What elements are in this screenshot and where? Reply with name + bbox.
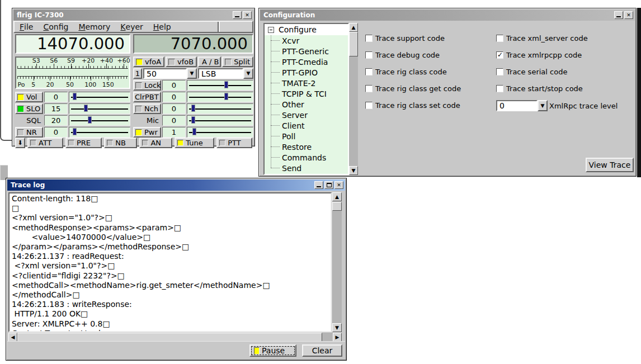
trace-xml-server-code-checkbox[interactable]: Trace xml_server code (496, 34, 588, 42)
trace-rig-class-code-checkbox[interactable]: Trace rig class code (365, 68, 447, 76)
tree-scrollbar[interactable]: ▲ ▼ (349, 23, 358, 175)
mode-combo-arrow-icon[interactable]: ▼ (243, 68, 253, 79)
lock-value: 0 (162, 80, 186, 91)
menu-keyer[interactable]: Keyer (115, 22, 148, 32)
step-button[interactable]: 1 (133, 68, 142, 79)
xmlrpc-combo-arrow-icon[interactable]: ▼ (538, 100, 548, 111)
configuration-titlebar[interactable]: Configuration ✕ (260, 10, 635, 21)
volume-indicator (17, 94, 24, 101)
tree-item-client[interactable]: Client (265, 120, 348, 131)
tree-item-ptt-cmedia[interactable]: PTT-Cmedia (265, 56, 348, 67)
menu-memory[interactable]: Memory (73, 22, 115, 32)
tree-item-server[interactable]: Server (265, 110, 348, 120)
tree-item-ptt-gpio[interactable]: PTT-GPIO (265, 67, 348, 78)
scrollbar-thumb[interactable] (349, 32, 358, 56)
power-button[interactable]: Pwr (133, 127, 161, 138)
volume-slider[interactable] (69, 92, 130, 102)
notch-button[interactable]: Nch (133, 103, 161, 114)
tree-item-tmate-2[interactable]: TMATE-2 (265, 78, 348, 88)
view-trace-button[interactable]: View Trace (586, 158, 634, 172)
clear-button[interactable]: Clear (302, 344, 342, 357)
trace-support-code-checkbox[interactable]: Trace support code (365, 34, 445, 42)
lock-button[interactable]: Lock (133, 80, 161, 91)
noise-reduction-slider[interactable] (69, 127, 130, 138)
scroll-left-icon[interactable]: ◀ (8, 333, 17, 342)
scroll-up-icon[interactable]: ▲ (349, 23, 358, 32)
flrig-titlebar[interactable]: flrig IC-7300 ✕ (13, 10, 253, 21)
power-slider[interactable] (187, 127, 253, 138)
trace-debug-code-checkbox[interactable]: Trace debug code (365, 51, 440, 59)
noise-blanker-toggle-button[interactable]: NB (104, 138, 137, 148)
trace-log-text[interactable]: Content-length: 118□ □ <?xml version="1.… (8, 192, 332, 332)
volume-value: 0 (44, 92, 68, 102)
vfo-swap-button[interactable]: A / B (198, 56, 221, 67)
maximize-button[interactable] (324, 181, 333, 189)
squelch-slider[interactable] (69, 115, 130, 126)
tree-item-tcpip-tci[interactable]: TCPIP & TCI (265, 88, 348, 99)
slo-slider[interactable] (69, 103, 130, 114)
tree-item-xcvr[interactable]: Xcvr (265, 35, 348, 46)
trace-log-titlebar[interactable]: Trace log ✕ (7, 179, 345, 191)
minimize-button[interactable] (233, 11, 242, 19)
attenuator-toggle-button[interactable]: ATT (27, 138, 63, 148)
log-horizontal-scrollbar[interactable]: ◀ ▶ (8, 333, 342, 342)
noise-reduction-button[interactable]: NR (15, 127, 43, 138)
pbt-inner-slider[interactable] (187, 80, 253, 91)
split-button[interactable]: Split (222, 56, 253, 67)
xmlrpc-trace-level-combo[interactable]: 0 ▼ XmlRpc trace level (496, 100, 618, 111)
scroll-right-icon[interactable]: ▶ (333, 333, 342, 342)
tree-item-restore[interactable]: Restore (265, 141, 348, 152)
vfo-b-button[interactable]: vfoB (166, 56, 197, 67)
squelch-slo-button[interactable]: SLO (15, 103, 43, 114)
log-vertical-scrollbar[interactable]: ▲ ▼ (332, 192, 342, 332)
scroll-down-icon[interactable]: ▼ (332, 323, 342, 332)
mode-combo[interactable]: LSB ▼ (198, 68, 253, 79)
auto-notch-toggle-button[interactable]: AN (139, 138, 172, 148)
trace-serial-code-checkbox[interactable]: Trace serial code (496, 68, 567, 76)
vfo-b-frequency-display[interactable]: 7070.000 (133, 34, 253, 54)
close-button[interactable]: ✕ (243, 11, 252, 19)
ptt-button[interactable]: PTT (216, 138, 252, 148)
minimize-button[interactable] (314, 181, 323, 189)
vfo-a-button[interactable]: vfoA (133, 56, 164, 67)
attenuator-combo[interactable]: 50 ▼ (143, 68, 197, 79)
tree-item-other[interactable]: Other (265, 99, 348, 110)
scroll-up-icon[interactable]: ▲ (332, 192, 342, 201)
background-dark-strip (637, 8, 641, 177)
tree-item-commands[interactable]: Commands (265, 152, 348, 163)
menu-config[interactable]: Config (38, 22, 73, 32)
trace-log-button-bar: Pause Clear (7, 341, 345, 359)
pause-indicator (254, 347, 260, 354)
trace-xmlrpcpp-code-checkbox[interactable]: Trace xmlrpcpp code (496, 51, 582, 59)
preamp-toggle-button[interactable]: PRE (65, 138, 102, 148)
menu-file[interactable]: File (15, 22, 38, 32)
tree-item-ptt-generic[interactable]: PTT-Generic (265, 46, 348, 56)
tree-root-configure[interactable]: Configure (265, 24, 348, 35)
expand-panel-button[interactable]: ⬇ (15, 138, 25, 148)
notch-slider[interactable] (187, 103, 253, 114)
tree-item-send[interactable]: Send (265, 163, 348, 173)
tune-button[interactable]: Tune (175, 138, 214, 148)
clear-pbt-button[interactable]: ClrPBT (133, 92, 161, 102)
power-indicator (135, 129, 142, 136)
configure-tree: Configure Xcvr PTT-Generic PTT-Cmedia PT… (263, 23, 349, 175)
close-button[interactable]: ✕ (624, 11, 633, 19)
trace-rig-class-get-code-checkbox[interactable]: Trace rig class get code (365, 84, 461, 93)
vfo-a-frequency-display[interactable]: 14070.000 (15, 34, 130, 54)
minimize-button[interactable] (614, 11, 623, 19)
menu-help[interactable]: Help (148, 22, 176, 32)
trace-rig-class-set-code-checkbox[interactable]: Trace rig class set code (365, 101, 460, 110)
trace-start-stop-code-checkbox[interactable]: Trace start/stop code (496, 84, 583, 93)
volume-button[interactable]: Vol (15, 92, 43, 102)
scrollbar-thumb[interactable] (17, 333, 322, 342)
tree-item-poll[interactable]: Poll (265, 131, 348, 141)
pause-button[interactable]: Pause (249, 344, 296, 357)
notch-indicator (135, 106, 142, 112)
pbt-outer-slider[interactable] (187, 92, 253, 102)
collapse-icon[interactable] (268, 27, 274, 33)
close-button[interactable]: ✕ (334, 181, 343, 189)
scroll-down-icon[interactable]: ▼ (349, 166, 358, 175)
scrollbar-thumb[interactable] (332, 202, 342, 211)
mic-slider[interactable] (187, 115, 253, 126)
attenuator-combo-arrow-icon[interactable]: ▼ (187, 68, 197, 79)
